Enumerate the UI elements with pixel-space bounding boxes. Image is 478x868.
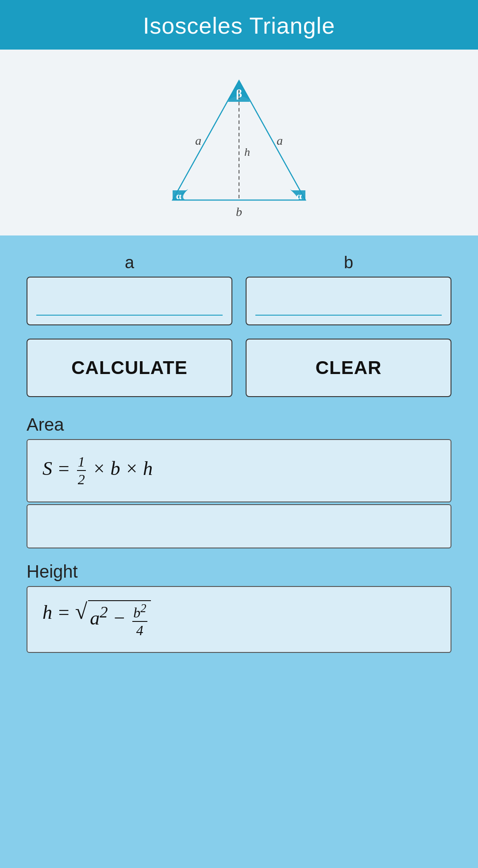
- button-row: CALCULATE CLEAR: [27, 339, 451, 397]
- svg-text:b: b: [236, 205, 242, 219]
- diagram-section: β a a h α α b: [0, 50, 478, 235]
- height-label: Height: [27, 562, 451, 582]
- page-title: Isosceles Triangle: [143, 13, 335, 39]
- input-group-a: a: [27, 253, 232, 325]
- svg-text:a: a: [195, 134, 201, 147]
- input-b-label: b: [344, 253, 353, 272]
- svg-text:α: α: [297, 190, 302, 201]
- height-section: Height h = √a2 − b24: [27, 562, 451, 653]
- height-formula-box: h = √a2 − b24: [27, 586, 451, 653]
- svg-text:a: a: [277, 134, 283, 147]
- fraction-b2-4: b24: [132, 601, 147, 639]
- area-label: Area: [27, 415, 451, 435]
- input-b[interactable]: [255, 297, 442, 316]
- area-section: Area S = 12 × b × h: [27, 415, 451, 548]
- svg-text:β: β: [236, 87, 242, 100]
- height-formula: h = √a2 − b24: [42, 602, 151, 623]
- svg-text:α: α: [176, 190, 182, 201]
- calculate-button[interactable]: CALCULATE: [27, 339, 232, 397]
- sqrt-content: a2 − b24: [88, 600, 150, 639]
- fraction-half: 12: [77, 453, 86, 488]
- input-group-b: b: [246, 253, 451, 325]
- input-a-label: a: [125, 253, 134, 272]
- input-a-box: [27, 277, 232, 325]
- form-section: a b CALCULATE CLEAR Area S = 12 × b × h: [0, 235, 478, 672]
- header: Isosceles Triangle: [0, 0, 478, 50]
- area-formula-box: S = 12 × b × h: [27, 439, 451, 502]
- sqrt-symbol: √: [75, 599, 87, 624]
- input-a[interactable]: [36, 297, 223, 316]
- area-result-box: [27, 504, 451, 548]
- area-formula: S = 12 × b × h: [42, 458, 153, 479]
- svg-text:h: h: [244, 146, 250, 158]
- input-b-box: [246, 277, 451, 325]
- clear-button[interactable]: CLEAR: [246, 339, 451, 397]
- input-row: a b: [27, 253, 451, 325]
- triangle-diagram: β a a h α α b: [146, 67, 332, 222]
